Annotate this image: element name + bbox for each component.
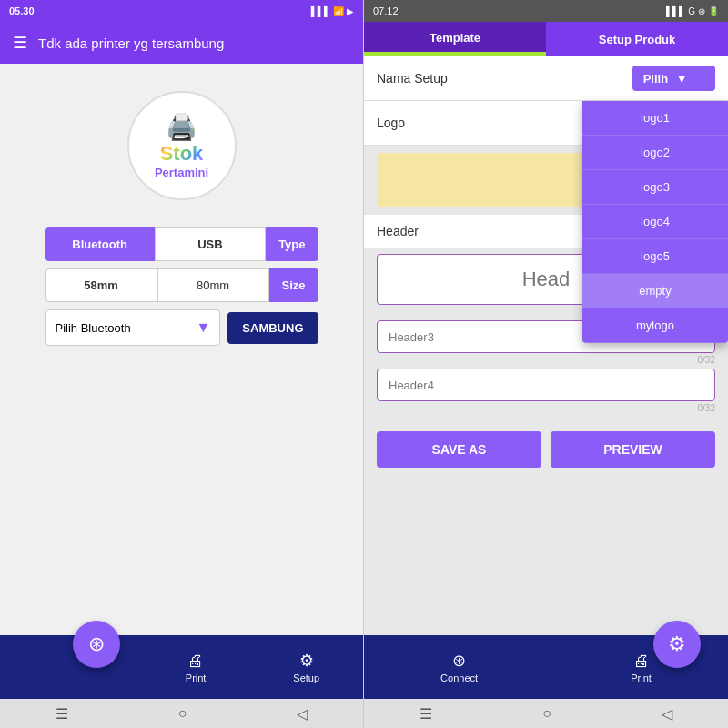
logo-circle: 🖨️ Stok Pertamini	[127, 91, 237, 200]
dropdown-item-logo4[interactable]: logo4	[582, 205, 728, 239]
tab-setup-produk-label: Setup Produk	[599, 33, 676, 46]
android-menu-icon[interactable]: ☰	[56, 705, 68, 723]
android-nav-bar-left: ☰ ○ ◁	[0, 699, 363, 728]
header4-input[interactable]	[389, 379, 703, 392]
bluetooth-select[interactable]: Pilih Bluetooth ▼	[46, 309, 221, 346]
connection-type-group: Bluetooth USB Type 58mm 80mm Size Pilih …	[46, 228, 318, 346]
nav-print-label: Print	[186, 672, 207, 683]
dropdown-item-empty[interactable]: empty	[582, 274, 728, 308]
logo-text-pertamini: Pertamini	[155, 166, 208, 179]
status-bar-left: 05.30 ▌▌▌ 📶 ▶	[0, 0, 363, 22]
80mm-button[interactable]: 80mm	[157, 268, 269, 302]
left-phone: 05.30 ▌▌▌ 📶 ▶ ☰ Tdk ada printer yg tersa…	[0, 0, 364, 728]
nav-print-right[interactable]: 🖨 Print	[631, 652, 652, 683]
time-left: 05.30	[9, 5, 35, 16]
tab-template-label: Template	[430, 31, 480, 45]
header4-count-display: 0/32	[377, 403, 715, 413]
android-nav-bar-right: ☰ ○ ◁	[364, 699, 728, 728]
header3-count-display: 0/32	[377, 355, 715, 365]
hamburger-icon[interactable]: ☰	[13, 33, 27, 53]
status-icons-right: ▌▌▌ G ⊛ 🔋	[666, 6, 719, 16]
signal-icon: ▌▌▌	[311, 6, 330, 16]
nav-setup-label: Setup	[293, 672, 319, 683]
logo-dropdown: logo1 logo2 logo3 logo4 logo5 empty mylo…	[582, 101, 728, 343]
bluetooth-fab[interactable]: ⊛	[73, 621, 120, 668]
android-home-icon-right[interactable]: ○	[542, 705, 551, 722]
dropdown-item-logo5[interactable]: logo5	[582, 239, 728, 274]
youtube-icon: ▶	[347, 6, 354, 16]
left-content: 🖨️ Stok Pertamini Bluetooth USB Type 58m…	[0, 64, 363, 635]
dropdown-item-logo2[interactable]: logo2	[582, 136, 728, 170]
bottom-nav-right: ⊛ Connect 🖨 Print ⚙	[364, 635, 728, 699]
setup-icon: ⚙	[299, 651, 314, 671]
58mm-button[interactable]: 58mm	[46, 268, 157, 302]
android-home-icon[interactable]: ○	[178, 705, 187, 722]
nav-setup-left[interactable]: ⚙ Setup	[293, 651, 319, 683]
size-button[interactable]: Size	[269, 268, 318, 302]
nama-setup-value: Pilih	[643, 72, 668, 86]
setup-fab[interactable]: ⚙	[653, 621, 701, 668]
print-icon: 🖨	[187, 652, 204, 671]
dropdown-arrow-icon: ▼	[196, 319, 210, 336]
nav-print-right-label: Print	[631, 672, 652, 683]
wifi-icon: 📶	[333, 6, 344, 16]
tab-setup-produk[interactable]: Setup Produk	[546, 22, 728, 56]
dropdown-item-logo3[interactable]: logo3	[582, 170, 728, 205]
type-button[interactable]: Type	[266, 228, 318, 261]
bluetooth-button[interactable]: Bluetooth	[46, 228, 155, 261]
signal-icon-right: ▌▌▌	[666, 6, 685, 16]
bluetooth-select-label: Pilih Bluetooth	[56, 321, 131, 335]
logo-row: Logo empty ▲ logo1 logo2 logo3 logo4 log…	[364, 101, 728, 146]
right-phone: 07.12 ▌▌▌ G ⊛ 🔋 Template Setup Produk Na…	[364, 0, 728, 728]
time-right: 07.12	[373, 5, 399, 16]
action-buttons: SAVE AS PREVIEW	[364, 422, 728, 477]
right-content: Nama Setup Pilih ▼ Logo empty ▲ logo1 lo…	[364, 56, 728, 635]
bluetooth-usb-row: Bluetooth USB Type	[46, 228, 318, 261]
nama-setup-chevron-icon: ▼	[675, 71, 688, 86]
sambung-button[interactable]: SAMBUNG	[228, 312, 318, 344]
save-as-button[interactable]: SAVE AS	[377, 431, 541, 468]
nama-setup-label: Nama Setup	[377, 71, 632, 86]
android-menu-icon-right[interactable]: ☰	[420, 705, 432, 723]
toolbar-title-left: Tdk ada printer yg tersambung	[38, 35, 224, 51]
battery-icon: 🔋	[708, 6, 719, 16]
logo-text-stok: Stok	[160, 142, 204, 166]
network-icon: G	[688, 6, 695, 16]
preview-button[interactable]: PREVIEW	[551, 431, 715, 468]
nav-connect[interactable]: ⊛ Connect	[440, 651, 478, 683]
nama-setup-select[interactable]: Pilih ▼	[632, 66, 715, 91]
dropdown-item-mylogo[interactable]: mylogo	[582, 308, 728, 343]
print-icon-right: 🖨	[633, 652, 650, 671]
bluetooth-fab-icon: ⊛	[88, 632, 105, 656]
printer-image: 🖨️	[166, 112, 197, 142]
size-row: 58mm 80mm Size	[46, 268, 318, 302]
usb-button[interactable]: USB	[155, 228, 266, 261]
status-bar-right: 07.12 ▌▌▌ G ⊛ 🔋	[364, 0, 728, 22]
header-label: Header	[377, 224, 419, 238]
bottom-nav-left: ⊛ 🖨 Print ⚙ Setup	[0, 635, 363, 699]
android-back-icon-right[interactable]: ◁	[662, 705, 672, 723]
nama-setup-row: Nama Setup Pilih ▼	[364, 56, 728, 101]
nav-connect-label: Connect	[440, 672, 478, 683]
bluetooth-icon-right: ⊛	[698, 6, 705, 16]
toolbar-left: ☰ Tdk ada printer yg tersambung	[0, 22, 363, 64]
status-icons-left: ▌▌▌ 📶 ▶	[311, 6, 354, 16]
tabs-row: Template Setup Produk	[364, 22, 728, 56]
nav-print-left[interactable]: 🖨 Print	[186, 652, 207, 683]
connect-bluetooth-icon: ⊛	[452, 651, 466, 671]
bluetooth-select-row: Pilih Bluetooth ▼ SAMBUNG	[46, 309, 318, 346]
dropdown-item-logo1[interactable]: logo1	[582, 101, 728, 136]
header4-container	[377, 369, 715, 401]
android-back-icon[interactable]: ◁	[297, 705, 308, 723]
setup-fab-icon: ⚙	[668, 632, 686, 656]
tab-template[interactable]: Template	[364, 22, 546, 56]
